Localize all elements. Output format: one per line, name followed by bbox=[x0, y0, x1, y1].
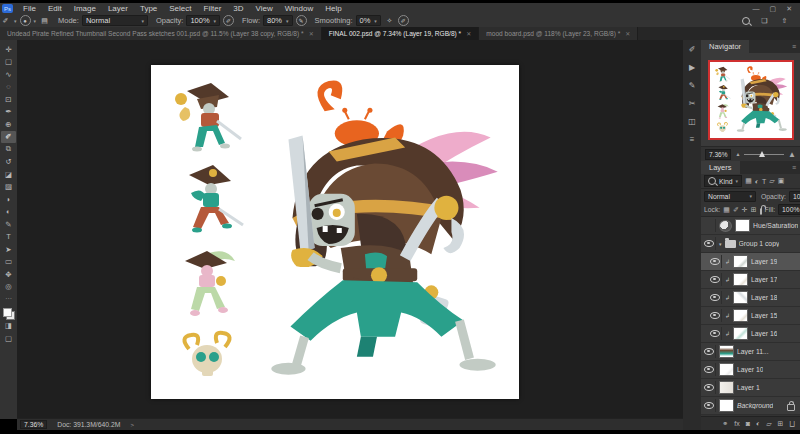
layer-opacity-select[interactable]: 100% ▾ bbox=[789, 191, 800, 202]
panel-menu-icon[interactable]: ≡ bbox=[792, 43, 800, 50]
tab-close-icon[interactable]: ✕ bbox=[466, 30, 471, 37]
flow-select[interactable]: 80% ▾ bbox=[263, 15, 293, 26]
slider-thumb[interactable] bbox=[759, 151, 765, 157]
layer-row[interactable]: ↳ Background bbox=[701, 397, 800, 415]
layer-thumbnail[interactable] bbox=[733, 255, 748, 268]
healing-brush-tool[interactable]: ⊕ bbox=[1, 118, 16, 131]
lock-artboard-icon[interactable]: ⊞ bbox=[751, 206, 757, 214]
layer-row[interactable]: ↳ Hue/Saturation 1 bbox=[701, 217, 800, 235]
visibility-toggle[interactable] bbox=[709, 327, 722, 340]
status-options-chevron-icon[interactable]: > bbox=[130, 422, 134, 428]
filter-adjustment-layers-icon[interactable]: ◐ bbox=[755, 178, 759, 185]
menu-item[interactable]: Layer bbox=[103, 4, 133, 13]
crop-tool[interactable]: ⊡ bbox=[1, 93, 16, 106]
document-tab[interactable]: mood board.psd @ 118% (Layer 23, RGB/8) … bbox=[479, 27, 638, 40]
layer-filter-select[interactable]: Kind ▾ bbox=[704, 175, 742, 187]
layer-thumbnail[interactable] bbox=[719, 381, 734, 394]
actions-icon[interactable]: ▶ bbox=[689, 64, 695, 72]
menu-item[interactable]: Filter bbox=[199, 4, 227, 13]
tab-navigator[interactable]: Navigator bbox=[701, 40, 749, 53]
workspace-switcher-icon[interactable]: ❏ bbox=[759, 16, 770, 25]
smoothing-select[interactable]: 0% ▾ bbox=[356, 15, 381, 26]
layer-thumbnail[interactable] bbox=[719, 345, 734, 358]
shape-tool[interactable]: ▭ bbox=[1, 256, 16, 269]
screen-mode-button[interactable]: ▢ bbox=[1, 332, 16, 345]
adjustments-icon[interactable]: ≡ bbox=[690, 136, 695, 144]
layer-thumbnail[interactable] bbox=[719, 363, 734, 376]
layer-thumbnail[interactable] bbox=[733, 291, 748, 304]
navigator-zoom-field[interactable]: 7.36% bbox=[705, 149, 731, 160]
layer-thumbnail[interactable] bbox=[735, 219, 750, 232]
dodge-tool[interactable]: ◐ bbox=[1, 206, 16, 219]
layer-name[interactable]: Layer 1 bbox=[737, 384, 760, 391]
layer-row[interactable]: ↳ Layer 16 bbox=[701, 325, 800, 343]
zoom-out-icon[interactable]: ▲ bbox=[735, 151, 740, 157]
visibility-toggle[interactable] bbox=[709, 309, 722, 322]
menu-item[interactable]: File bbox=[18, 4, 41, 13]
layer-row[interactable]: ▾ ↳ Group 1 copy bbox=[701, 235, 800, 253]
visibility-toggle[interactable] bbox=[703, 237, 716, 250]
size-pressure-icon[interactable]: ✐ bbox=[398, 15, 409, 26]
layer-name[interactable]: Hue/Saturation 1 bbox=[753, 222, 798, 229]
path-selection-tool[interactable]: ➤ bbox=[1, 243, 16, 256]
layer-name[interactable]: Background bbox=[737, 402, 773, 409]
layer-name[interactable]: Layer 15 bbox=[751, 312, 777, 319]
layer-name[interactable]: Layer 11... bbox=[737, 348, 769, 355]
canvas[interactable] bbox=[151, 65, 519, 399]
status-zoom-field[interactable]: 7.36% bbox=[20, 420, 47, 429]
blend-mode-select[interactable]: Normal ▾ bbox=[82, 15, 148, 26]
restore-button[interactable]: ▢ bbox=[770, 5, 777, 13]
blur-tool[interactable]: ◗ bbox=[1, 193, 16, 206]
airbrush-icon[interactable]: ✎ bbox=[296, 15, 307, 26]
brush-settings-icon[interactable]: ✐ bbox=[689, 46, 696, 54]
close-button[interactable]: ✕ bbox=[786, 5, 792, 13]
delete-layer-icon[interactable]: ⨆ bbox=[789, 420, 795, 427]
clone-source-icon[interactable]: ✂ bbox=[689, 100, 696, 108]
eraser-tool[interactable]: ◪ bbox=[1, 168, 16, 181]
quick-selection-tool[interactable]: ◌ bbox=[1, 81, 16, 94]
share-icon[interactable]: ⇧ bbox=[779, 16, 790, 25]
menu-item[interactable]: Help bbox=[320, 4, 346, 13]
layer-name[interactable]: Layer 16 bbox=[751, 330, 777, 337]
visibility-toggle[interactable] bbox=[703, 363, 716, 376]
lock-paint-icon[interactable]: ✐ bbox=[733, 206, 739, 214]
layer-name[interactable]: Layer 10 bbox=[737, 366, 763, 373]
brush-tool[interactable]: ✐ bbox=[1, 131, 16, 144]
zoom-tool[interactable]: ◎ bbox=[1, 281, 16, 294]
layer-thumbnail[interactable] bbox=[719, 399, 734, 412]
menu-item[interactable]: Window bbox=[280, 4, 318, 13]
pasteboard[interactable] bbox=[17, 40, 683, 419]
document-tab[interactable]: FINAL 002.psd @ 7.34% (Layer 19, RGB/8) … bbox=[322, 27, 480, 40]
active-tool-icon[interactable]: ✐ bbox=[0, 16, 11, 25]
visibility-toggle[interactable] bbox=[703, 381, 716, 394]
group-expander-icon[interactable]: ▾ bbox=[719, 241, 722, 247]
layer-thumbnail[interactable] bbox=[733, 327, 748, 340]
hand-tool[interactable]: ✥ bbox=[1, 268, 16, 281]
layer-row[interactable]: ↳ Layer 1 bbox=[701, 379, 800, 397]
clone-stamp-tool[interactable]: ⧉ bbox=[1, 143, 16, 156]
type-tool[interactable]: T bbox=[1, 231, 16, 244]
menu-item[interactable]: View bbox=[251, 4, 278, 13]
pen-tool[interactable]: ✎ bbox=[1, 218, 16, 231]
layer-row[interactable]: ↳ Layer 15 bbox=[701, 307, 800, 325]
zoom-in-icon[interactable]: ▲ bbox=[788, 150, 796, 159]
layer-row[interactable]: ↳ Layer 17 bbox=[701, 271, 800, 289]
layer-blend-mode-select[interactable]: Normal ▾ bbox=[704, 191, 756, 202]
menu-item[interactable]: Image bbox=[69, 4, 101, 13]
visibility-toggle[interactable] bbox=[703, 219, 716, 232]
tab-close-icon[interactable]: ✕ bbox=[309, 30, 314, 37]
history-brush-tool[interactable]: ↺ bbox=[1, 156, 16, 169]
navigator-zoom-slider[interactable] bbox=[744, 150, 784, 158]
layer-thumbnail[interactable] bbox=[733, 309, 748, 322]
visibility-toggle[interactable] bbox=[709, 255, 722, 268]
filter-smart-objects-icon[interactable]: ▣ bbox=[778, 177, 785, 185]
brush-panel-toggle-icon[interactable]: ▤ bbox=[39, 16, 50, 25]
move-tool[interactable]: ✛ bbox=[1, 43, 16, 56]
layer-row[interactable]: ↳ Layer 18 bbox=[701, 289, 800, 307]
layer-mask-icon[interactable]: ◙ bbox=[746, 420, 750, 427]
navigator-view-box[interactable] bbox=[708, 60, 794, 140]
layer-row[interactable]: ↳ Layer 11... bbox=[701, 343, 800, 361]
lock-transparency-icon[interactable]: ▦ bbox=[723, 206, 730, 214]
lasso-tool[interactable]: ∿ bbox=[1, 68, 16, 81]
fill-select[interactable]: 100% ▾ bbox=[778, 204, 800, 215]
